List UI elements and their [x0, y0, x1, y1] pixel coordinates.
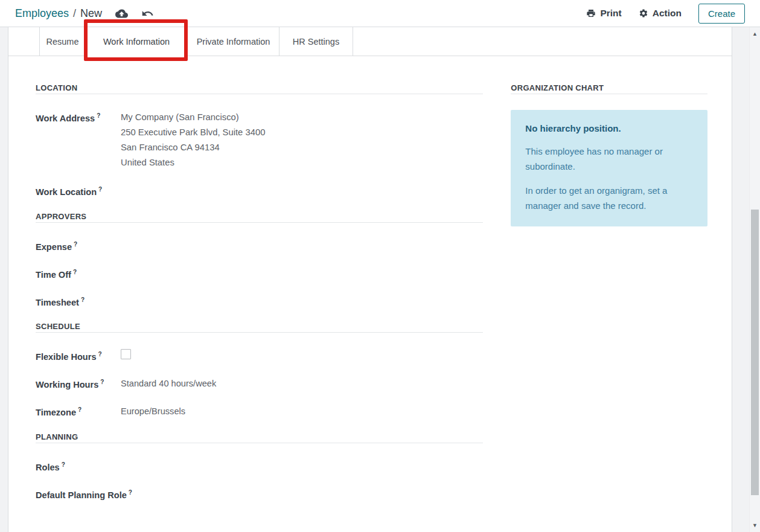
work-address-line-4: United States [121, 155, 483, 170]
approvers-heading: APPROVERS [36, 211, 483, 223]
default-planning-role-help-icon[interactable]: ? [129, 489, 132, 496]
field-row-timesheet: Timesheet? [36, 294, 483, 309]
field-row-default-planning-role: Default Planning Role? [36, 487, 483, 501]
work-information-panel: LOCATION Work Address? My Company (San F… [8, 56, 732, 514]
timezone-label-text: Timezone [36, 408, 76, 417]
flexible-hours-label: Flexible Hours? [36, 348, 121, 363]
field-row-work-location: Work Location? [36, 184, 483, 198]
create-button[interactable]: Create [698, 4, 745, 24]
flexible-hours-field [121, 348, 483, 363]
expense-label: Expense? [36, 239, 121, 253]
timezone-help-icon[interactable]: ? [78, 406, 81, 413]
undo-icon [141, 7, 154, 20]
work-location-label-text: Work Location [36, 187, 97, 197]
breadcrumb-record-name: New [80, 7, 102, 20]
time-off-label: Time Off? [36, 266, 121, 281]
printer-icon [586, 8, 596, 18]
time-off-help-icon[interactable]: ? [73, 269, 77, 275]
default-planning-role-field[interactable] [144, 487, 483, 501]
work-address-label-text: Work Address [36, 114, 95, 123]
breadcrumb-employees-link[interactable]: Employees [15, 7, 69, 20]
flexible-hours-checkbox[interactable] [121, 349, 131, 359]
flexible-hours-help-icon[interactable]: ? [98, 351, 102, 357]
working-hours-label-text: Working Hours [36, 380, 98, 389]
default-planning-role-label-text: Default Planning Role [36, 490, 127, 500]
action-menu-button[interactable]: Action [639, 8, 682, 19]
gear-icon [639, 8, 648, 18]
section-schedule: SCHEDULE Flexible Hours? Working Hour [36, 321, 483, 418]
tab-work-information[interactable]: Work Information [85, 27, 187, 56]
cloud-upload-icon [115, 7, 128, 20]
print-menu-label: Print [600, 8, 621, 19]
notebook-tabs: Resume Work Information Private Informat… [8, 27, 732, 56]
timesheet-label-text: Timesheet [36, 297, 79, 307]
section-planning: PLANNING Roles? Default Planning Role? [36, 432, 483, 501]
timezone-field[interactable]: Europe/Brussels [121, 404, 483, 418]
scroll-up-icon[interactable]: ▲ [750, 28, 760, 39]
section-organization-chart: ORGANIZATION CHART No hierarchy position… [511, 83, 707, 226]
control-panel: Employees / New Print [0, 0, 760, 27]
work-address-field[interactable]: My Company (San Francisco) 250 Executive… [121, 110, 483, 170]
field-row-roles: Roles? [36, 459, 483, 473]
save-indicator-button[interactable] [115, 7, 128, 20]
field-row-working-hours: Working Hours? Standard 40 hours/week [36, 376, 483, 391]
working-hours-label: Working Hours? [36, 376, 121, 391]
schedule-heading: SCHEDULE [36, 321, 483, 333]
expense-field[interactable] [121, 239, 483, 253]
work-address-label: Work Address? [36, 110, 121, 170]
work-address-line-3: San Francisco CA 94134 [121, 140, 483, 155]
field-row-expense: Expense? [36, 239, 483, 253]
field-row-flexible-hours: Flexible Hours? [36, 348, 483, 363]
section-approvers: APPROVERS Expense? Time Off? [36, 211, 483, 309]
work-address-line-2: 250 Executive Park Blvd, Suite 3400 [121, 125, 483, 140]
control-panel-actions: Print Action Create [586, 4, 745, 24]
no-hierarchy-line1: This employee has no manager or subordin… [525, 144, 693, 174]
scrollbar-thumb[interactable] [751, 210, 759, 495]
expense-help-icon[interactable]: ? [74, 241, 77, 248]
print-menu-button[interactable]: Print [586, 8, 621, 19]
field-row-timezone: Timezone? Europe/Brussels [36, 404, 483, 418]
working-hours-field[interactable]: Standard 40 hours/week [121, 376, 483, 391]
field-row-time-off: Time Off? [36, 266, 483, 281]
expense-label-text: Expense [36, 242, 72, 252]
form-left-column: LOCATION Work Address? My Company (San F… [36, 56, 483, 514]
section-location: LOCATION Work Address? My Company (San F… [36, 83, 483, 198]
location-heading: LOCATION [36, 83, 483, 94]
form-sheet: Resume Work Information Private Informat… [8, 27, 732, 532]
timesheet-field[interactable] [121, 294, 483, 309]
time-off-label-text: Time Off [36, 270, 71, 280]
working-hours-help-icon[interactable]: ? [100, 379, 104, 385]
timezone-label: Timezone? [36, 404, 121, 418]
work-location-field[interactable] [121, 184, 483, 198]
work-location-help-icon[interactable]: ? [98, 186, 102, 193]
odoo-employee-form-window: Employees / New Print [0, 0, 760, 532]
no-hierarchy-line2: In order to get an organigram, set a man… [525, 183, 693, 213]
breadcrumb-separator: / [73, 7, 76, 20]
roles-label-text: Roles [36, 463, 60, 472]
organization-chart-heading: ORGANIZATION CHART [511, 83, 707, 94]
scroll-down-icon[interactable]: ▼ [750, 520, 760, 531]
no-hierarchy-title: No hierarchy position. [525, 123, 693, 135]
roles-help-icon[interactable]: ? [62, 461, 65, 468]
work-address-help-icon[interactable]: ? [97, 112, 100, 119]
vertical-scrollbar[interactable]: ▲ ▼ [749, 27, 760, 532]
planning-heading: PLANNING [36, 432, 483, 443]
time-off-field[interactable] [121, 266, 483, 281]
field-row-work-address: Work Address? My Company (San Francisco)… [36, 110, 483, 170]
tab-private-information[interactable]: Private Information [187, 27, 279, 56]
tab-hr-settings[interactable]: HR Settings [279, 27, 353, 56]
roles-label: Roles? [36, 459, 121, 473]
form-page: Resume Work Information Private Informat… [0, 27, 760, 532]
timesheet-help-icon[interactable]: ? [81, 296, 85, 303]
timesheet-label: Timesheet? [36, 294, 121, 309]
flexible-hours-label-text: Flexible Hours [36, 352, 97, 362]
tab-resume[interactable]: Resume [39, 27, 85, 56]
no-hierarchy-alert: No hierarchy position. This employee has… [511, 110, 707, 226]
discard-changes-button[interactable] [141, 7, 154, 20]
roles-field[interactable] [121, 459, 483, 473]
action-menu-label: Action [653, 8, 682, 19]
form-right-column: ORGANIZATION CHART No hierarchy position… [511, 56, 707, 514]
default-planning-role-label: Default Planning Role? [36, 487, 144, 501]
work-address-line-1: My Company (San Francisco) [121, 110, 483, 125]
breadcrumb: Employees / New [15, 7, 154, 20]
